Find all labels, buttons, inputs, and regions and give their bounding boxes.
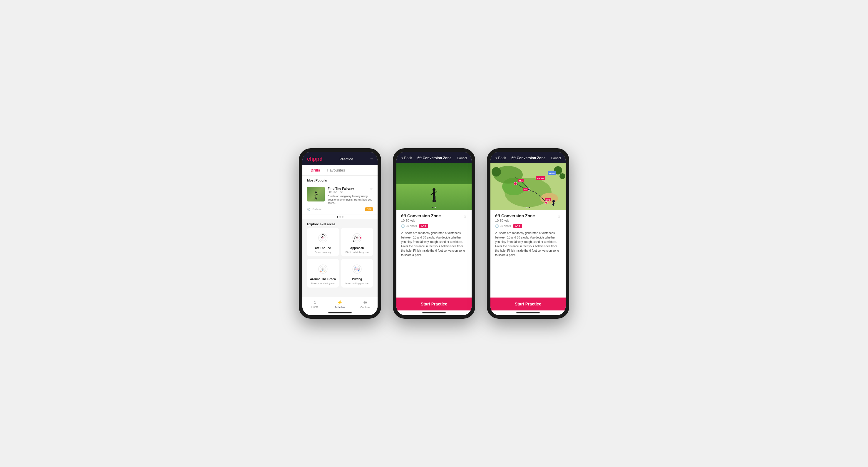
svg-point-31 (323, 270, 325, 272)
ott-desc: Power accuracy (315, 251, 332, 254)
phone-1-screen: clippd Practice ≡ Drills Favourites Most… (302, 152, 378, 315)
bottom-nav: ⌂ Home ⚡ Activities ⊕ Capture (302, 297, 378, 310)
tab-favourites[interactable]: Favourites (324, 165, 349, 175)
nav-activities-label: Activities (335, 306, 345, 309)
drill-map: Fairway Rough Miss Hit SAND (490, 163, 566, 210)
drill-photo (396, 163, 472, 210)
svg-line-4 (315, 197, 316, 200)
phone3-header-title: 6ft Conversion Zone (511, 156, 546, 160)
skill-card-ott[interactable]: Off The Tee Power accuracy (307, 228, 339, 257)
drill-range-3: 10-50 yds (495, 219, 535, 222)
carousel-dots (302, 214, 378, 220)
drill-star-icon[interactable]: ☆ (463, 213, 467, 219)
svg-rect-48 (434, 196, 435, 200)
drill-title: Find The Fairway (328, 187, 354, 190)
drill-range: 10-50 yds (401, 219, 441, 222)
svg-point-61 (514, 182, 517, 185)
map-dot-2 (529, 207, 530, 208)
atg-name: Around The Green (310, 277, 336, 281)
home-bar-2 (396, 310, 472, 315)
clock-icon: 🕐 (307, 208, 310, 211)
approach-name: Approach (350, 246, 364, 249)
cancel-button[interactable]: Cancel (457, 156, 467, 160)
drill-description: Create an imaginary fairway using trees … (328, 195, 373, 205)
drill-star-icon-3[interactable]: ☆ (557, 213, 561, 219)
svg-line-5 (316, 197, 317, 200)
menu-icon[interactable]: ≡ (370, 157, 373, 162)
nav-capture[interactable]: ⊕ Capture (352, 297, 378, 310)
start-practice-button[interactable]: Start Practice (396, 298, 472, 310)
map-dot-1 (526, 207, 527, 208)
skill-card-putting[interactable]: Putting Make and lag practice (341, 259, 373, 288)
svg-text:Fairway: Fairway (537, 177, 544, 179)
home-indicator (328, 312, 352, 313)
tab-drills[interactable]: Drills (307, 165, 324, 175)
drill-badge: OTT (365, 207, 373, 211)
arg-badge-3: ARG (513, 224, 522, 228)
shots-count: 20 shots (406, 224, 417, 228)
phone2-header-title: 6ft Conversion Zone (417, 156, 451, 160)
svg-text:Miss: Miss (519, 180, 523, 182)
shots-count-3: 20 shots (500, 224, 511, 228)
svg-point-41 (355, 267, 356, 268)
drill-description: 20 shots are randomly generated at dista… (401, 231, 467, 257)
drill-name-3: 6ft Conversion Zone (495, 213, 535, 218)
cancel-button-3[interactable]: Cancel (551, 156, 561, 160)
most-popular-label: Most Popular (302, 176, 378, 184)
drill-description-3: 20 shots are randomly generated at dista… (495, 231, 561, 257)
capture-icon: ⊕ (363, 300, 367, 305)
phone-1: clippd Practice ≡ Drills Favourites Most… (299, 148, 381, 319)
skill-card-approach[interactable]: Approach Dial-in to hit the green (341, 228, 373, 257)
back-button[interactable]: < Back (401, 156, 412, 160)
phone2-header: < Back 6ft Conversion Zone Cancel (396, 152, 472, 163)
svg-point-40 (359, 268, 360, 270)
drill-meta-3: 🕐 20 shots ARG (495, 224, 561, 228)
nav-home[interactable]: ⌂ Home (302, 297, 327, 310)
ott-icon-area (314, 231, 332, 245)
approach-icon-area (348, 231, 366, 245)
putting-icon-area (348, 262, 366, 276)
svg-rect-49 (433, 200, 434, 202)
home-indicator-2 (422, 312, 446, 313)
approach-desc: Dial-in to hit the green (346, 251, 369, 254)
clock-icon: 🕐 (401, 224, 405, 228)
map-scene: Fairway Rough Miss Hit SAND (490, 163, 566, 210)
dot-3 (342, 216, 343, 218)
skill-grid: Off The Tee Power accuracy (302, 228, 378, 291)
phone3-header: < Back 6ft Conversion Zone Cancel (490, 152, 566, 163)
svg-point-0 (315, 192, 317, 193)
app-logo: clippd (307, 156, 322, 162)
clock-icon-3: 🕐 (495, 224, 499, 228)
atg-icon-area (314, 262, 332, 276)
phone3-content: 6ft Conversion Zone 10-50 yds ☆ 🕐 20 sho… (490, 210, 566, 298)
start-practice-button-3[interactable]: Start Practice (490, 298, 566, 310)
svg-point-30 (322, 270, 323, 271)
drill-header-3: 6ft Conversion Zone 10-50 yds ☆ (495, 213, 561, 222)
back-button-3[interactable]: < Back (495, 156, 506, 160)
photo-dot-1 (432, 207, 433, 208)
nav-home-label: Home (311, 305, 318, 308)
drill-subtitle: Off The Tee (328, 191, 354, 194)
nav-activities[interactable]: ⚡ Activities (327, 297, 352, 310)
drill-star-icon[interactable]: ☆ (370, 187, 373, 191)
phone1-header: clippd Practice ≡ (302, 152, 378, 165)
dot-1 (337, 216, 338, 218)
svg-rect-50 (434, 200, 436, 202)
svg-text:SAND: SAND (546, 199, 551, 201)
skill-card-atg[interactable]: Around The Green Hone your short game (307, 259, 339, 288)
shots-info-3: 🕐 20 shots (495, 224, 511, 228)
drill-name: 6ft Conversion Zone (401, 213, 441, 218)
drill-card[interactable]: Find The Fairway Off The Tee ☆ Create an… (302, 184, 378, 214)
svg-rect-47 (433, 196, 434, 200)
drill-image (307, 187, 325, 201)
svg-point-58 (559, 173, 565, 179)
phone-3: < Back 6ft Conversion Zone Cancel (487, 148, 569, 319)
svg-point-32 (322, 268, 323, 270)
phone-3-screen: < Back 6ft Conversion Zone Cancel (490, 152, 566, 315)
svg-line-15 (323, 236, 325, 236)
activities-icon: ⚡ (337, 300, 343, 305)
tabs-bar: Drills Favourites (302, 165, 378, 176)
ott-name: Off The Tee (315, 246, 331, 249)
image-dots-3 (526, 207, 530, 208)
shots-info: 🕐 20 shots (401, 224, 417, 228)
